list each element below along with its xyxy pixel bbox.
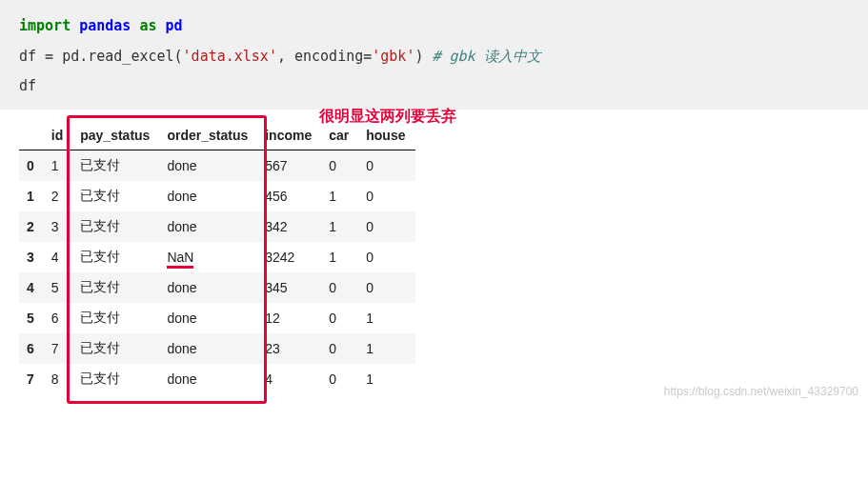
cell-car: 1 bbox=[321, 242, 358, 272]
col-pay-status: pay_status bbox=[72, 121, 159, 150]
row-index: 3 bbox=[19, 242, 44, 272]
row-index: 0 bbox=[19, 150, 44, 181]
table-row: 12已支付done45610 bbox=[19, 181, 415, 211]
cell-income: 23 bbox=[257, 333, 321, 364]
cell-order_status: done bbox=[159, 211, 257, 242]
cell-house: 0 bbox=[358, 181, 414, 211]
annotation-text: 很明显这两列要丢弃 bbox=[319, 107, 456, 127]
cell-pay_status: 已支付 bbox=[72, 333, 159, 364]
keyword-as: as bbox=[139, 17, 156, 34]
module-alias: pd bbox=[166, 17, 183, 34]
cell-house: 1 bbox=[358, 303, 414, 333]
cell-car: 0 bbox=[321, 333, 358, 364]
cell-id: 3 bbox=[44, 211, 72, 242]
var-df: df bbox=[19, 77, 36, 94]
cell-pay_status: 已支付 bbox=[72, 364, 159, 394]
table-row: 56已支付done1201 bbox=[19, 303, 415, 333]
row-index: 5 bbox=[19, 303, 44, 333]
col-order-status: order_status bbox=[159, 121, 257, 150]
cell-house: 0 bbox=[358, 272, 414, 303]
table-row: 01已支付done56700 bbox=[19, 150, 415, 181]
cell-id: 6 bbox=[44, 303, 72, 333]
row-index: 2 bbox=[19, 211, 44, 242]
table-row: 45已支付done34500 bbox=[19, 272, 415, 303]
table-row: 78已支付done401 bbox=[19, 364, 415, 394]
cell-order_status: done bbox=[159, 150, 257, 181]
table-row: 67已支付done2301 bbox=[19, 333, 415, 364]
cell-id: 5 bbox=[44, 272, 72, 303]
row-index: 4 bbox=[19, 272, 44, 303]
keyword-import: import bbox=[19, 17, 71, 34]
dataframe-output: id pay_status order_status income car ho… bbox=[0, 110, 868, 404]
cell-car: 0 bbox=[321, 364, 358, 394]
cell-order_status: done bbox=[159, 333, 257, 364]
watermark: https://blog.csdn.net/weixin_43329700 bbox=[664, 385, 858, 398]
cell-id: 8 bbox=[44, 364, 72, 394]
cell-id: 7 bbox=[44, 333, 72, 364]
cell-pay_status: 已支付 bbox=[72, 303, 159, 333]
cell-house: 0 bbox=[358, 150, 414, 181]
col-income: income bbox=[257, 121, 321, 150]
cell-car: 1 bbox=[321, 181, 358, 211]
code-line-2: df = pd.read_excel('data.xlsx', encoding… bbox=[19, 42, 849, 72]
cell-income: 567 bbox=[257, 150, 321, 181]
cell-house: 0 bbox=[358, 242, 414, 272]
row-index: 1 bbox=[19, 181, 44, 211]
cell-pay_status: 已支付 bbox=[72, 242, 159, 272]
module-name: pandas bbox=[79, 17, 131, 34]
cell-pay_status: 已支付 bbox=[72, 272, 159, 303]
cell-income: 4 bbox=[257, 364, 321, 394]
cell-car: 0 bbox=[321, 303, 358, 333]
cell-order_status: NaN bbox=[159, 242, 257, 272]
code-line-1: import pandas as pd bbox=[19, 11, 849, 42]
cell-car: 1 bbox=[321, 211, 358, 242]
cell-income: 3242 bbox=[257, 242, 321, 272]
cell-pay_status: 已支付 bbox=[72, 181, 159, 211]
cell-car: 0 bbox=[321, 272, 358, 303]
cell-income: 456 bbox=[257, 181, 321, 211]
cell-order_status: done bbox=[159, 303, 257, 333]
index-header bbox=[19, 121, 44, 150]
cell-income: 342 bbox=[257, 211, 321, 242]
cell-pay_status: 已支付 bbox=[72, 211, 159, 242]
nan-value: NaN bbox=[167, 250, 193, 269]
code-line-3: df bbox=[19, 71, 849, 102]
cell-id: 4 bbox=[44, 242, 72, 272]
row-index: 7 bbox=[19, 364, 44, 394]
cell-income: 345 bbox=[257, 272, 321, 303]
cell-house: 1 bbox=[358, 333, 414, 364]
dataframe-table: id pay_status order_status income car ho… bbox=[19, 121, 415, 394]
cell-order_status: done bbox=[159, 272, 257, 303]
table-row: 34已支付NaN324210 bbox=[19, 242, 415, 272]
cell-car: 0 bbox=[321, 150, 358, 181]
cell-id: 1 bbox=[44, 150, 72, 181]
string-literal: 'gbk' bbox=[372, 48, 414, 65]
cell-house: 0 bbox=[358, 211, 414, 242]
cell-id: 2 bbox=[44, 181, 72, 211]
row-index: 6 bbox=[19, 333, 44, 364]
cell-pay_status: 已支付 bbox=[72, 150, 159, 181]
cell-income: 12 bbox=[257, 303, 321, 333]
string-literal: 'data.xlsx' bbox=[183, 48, 277, 65]
cell-order_status: done bbox=[159, 364, 257, 394]
cell-house: 1 bbox=[358, 364, 414, 394]
var-df: df bbox=[19, 48, 45, 65]
col-id: id bbox=[44, 121, 72, 150]
code-block: import pandas as pd df = pd.read_excel('… bbox=[0, 0, 868, 110]
cell-order_status: done bbox=[159, 181, 257, 211]
code-comment: # gbk 读入中文 bbox=[433, 48, 541, 65]
table-row: 23已支付done34210 bbox=[19, 211, 415, 242]
